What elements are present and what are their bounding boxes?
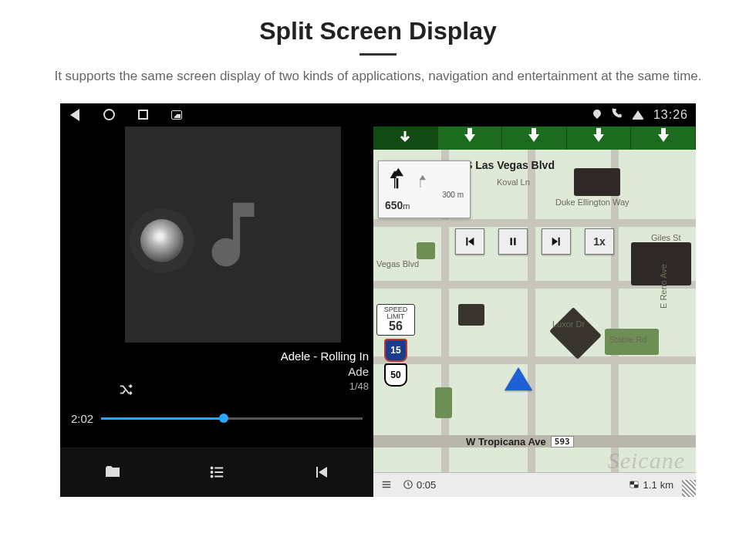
track-title: Adele - Rolling In — [281, 349, 369, 364]
turn-primary-unit: m — [403, 201, 410, 211]
svg-point-4 — [211, 476, 213, 478]
shuffle-button[interactable] — [116, 381, 137, 401]
distance-value: 1.1 — [643, 479, 657, 491]
speed-panel: SPEED LIMIT 56 15 50 — [376, 304, 415, 389]
current-street-label: W Tropicana Ave 593 — [466, 436, 574, 448]
turn-panel: 300 m 650m — [378, 160, 471, 218]
visualizer-orb — [140, 219, 184, 262]
lane-3 — [502, 127, 567, 150]
browse-folder-button[interactable] — [60, 448, 164, 497]
svg-rect-12 — [634, 485, 638, 488]
lane-2 — [438, 127, 503, 150]
svg-point-2 — [211, 471, 213, 473]
phone-icon — [610, 107, 623, 122]
road-label-lvblvd: Vegas Blvd — [376, 259, 419, 268]
progress-row: 2:02 — [60, 412, 373, 425]
split-resize-handle[interactable] — [682, 480, 696, 497]
turn-left-icon — [385, 166, 410, 191]
eta-value: 0:05 — [417, 479, 436, 491]
back-button[interactable] — [68, 108, 82, 122]
navigation-app-pane[interactable]: Koval Ln Duke Ellington Way Giles St Veg… — [373, 127, 696, 497]
map-next-button[interactable] — [542, 228, 571, 255]
previous-track-button[interactable] — [269, 448, 373, 497]
wifi-icon — [632, 110, 644, 120]
road-label-reno: E Reno Ave — [659, 264, 668, 309]
turn-secondary-distance: 300 m — [385, 191, 464, 199]
map-pause-button[interactable] — [498, 228, 528, 255]
road-label-duke: Duke Ellington Way — [555, 198, 629, 207]
distance-group: 1.1 km — [628, 479, 673, 491]
turn-right-then-icon — [414, 172, 430, 191]
nav-bottom-bar: 0:05 1.1 km — [373, 472, 696, 497]
route-shield: 50 — [384, 363, 407, 387]
distance-unit: km — [660, 479, 673, 491]
lane-5 — [631, 127, 696, 150]
map-prev-button[interactable] — [455, 228, 484, 255]
device-screenshot: 13:26 Adele - Rolling In Ade 1/48 — [60, 103, 696, 497]
location-icon — [593, 110, 601, 120]
svg-rect-11 — [629, 481, 633, 485]
turn-primary-distance: 650 — [385, 199, 403, 211]
eta-group: 0:05 — [403, 479, 436, 491]
clock: 13:26 — [653, 108, 688, 122]
title-underline — [359, 53, 397, 56]
playlist-button[interactable] — [164, 448, 268, 497]
map-playback-controls: 1x — [455, 228, 614, 255]
page-subtitle: It supports the same screen display of t… — [39, 66, 717, 86]
speed-limit-sign: SPEED LIMIT 56 — [376, 304, 415, 336]
screenshot-notification-icon — [170, 108, 184, 122]
lane-1 — [373, 127, 438, 150]
android-status-bar: 13:26 — [60, 103, 696, 127]
menu-button[interactable] — [380, 479, 393, 490]
music-toolbar — [60, 448, 373, 497]
track-meta: Adele - Rolling In Ade 1/48 — [281, 349, 369, 393]
page-title: Split Screen Display — [0, 17, 756, 46]
interstate-shield: 15 — [384, 339, 407, 362]
home-button[interactable] — [102, 108, 116, 122]
road-label-stable: Stable Rd — [609, 335, 646, 344]
recents-button[interactable] — [136, 108, 150, 122]
track-index: 1/48 — [281, 380, 369, 393]
seek-bar[interactable] — [101, 417, 363, 420]
road-label-luxor: Luxor Dr — [552, 319, 585, 329]
lane-guidance-bar — [373, 127, 696, 150]
elapsed-time: 2:02 — [71, 412, 93, 425]
lane-4 — [567, 127, 632, 150]
music-app-pane: Adele - Rolling In Ade 1/48 2:02 — [60, 127, 373, 497]
street-code-badge: 593 — [551, 436, 574, 448]
road-label-giles: Giles St — [651, 233, 681, 242]
track-artist: Ade — [281, 364, 369, 380]
road-label-koval: Koval Ln — [497, 177, 530, 187]
watermark: Seicane — [608, 448, 685, 474]
map-speed-button[interactable]: 1x — [585, 228, 614, 255]
current-position-arrow — [505, 367, 532, 390]
svg-point-0 — [211, 468, 213, 469]
